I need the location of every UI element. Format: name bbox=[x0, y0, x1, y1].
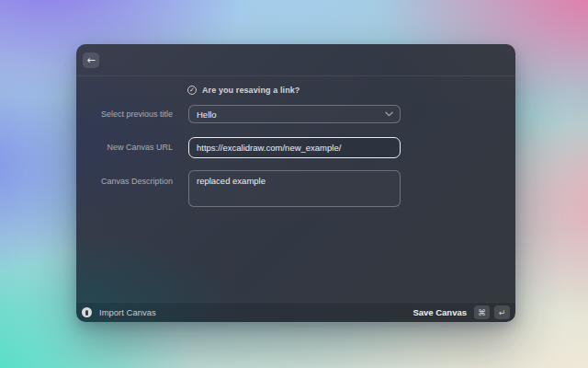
save-canvas-button[interactable]: Save Canvas bbox=[413, 307, 467, 317]
resave-link-checkbox[interactable]: ✓ bbox=[187, 86, 197, 95]
back-button[interactable]: ← bbox=[83, 52, 99, 68]
check-icon: ✓ bbox=[189, 86, 195, 93]
new-canvas-url-input[interactable] bbox=[188, 137, 401, 158]
import-canvas-button[interactable]: Import Canvas bbox=[82, 307, 156, 317]
desktop-background: ← ✓ Are you resaving a link? Select prev… bbox=[0, 0, 588, 368]
save-canvas-dialog: ← ✓ Are you resaving a link? Select prev… bbox=[76, 44, 515, 322]
previous-title-select[interactable]: Hello bbox=[188, 105, 401, 123]
import-canvas-label: Import Canvas bbox=[99, 307, 156, 317]
cmd-key[interactable]: ⌘ bbox=[474, 305, 490, 319]
resave-link-checkbox-row[interactable]: ✓ Are you resaving a link? bbox=[187, 85, 300, 95]
canvas-description-label: Canvas Description bbox=[76, 177, 173, 187]
return-key[interactable]: ↵ bbox=[494, 305, 510, 319]
import-glyph bbox=[85, 310, 88, 316]
canvas-description-textarea[interactable]: replaced example bbox=[188, 170, 401, 207]
chevron-down-icon bbox=[385, 111, 393, 117]
resave-link-label: Are you resaving a link? bbox=[202, 86, 300, 95]
new-canvas-url-label: New Canvas URL bbox=[76, 137, 173, 158]
import-canvas-icon bbox=[82, 307, 92, 317]
arrow-left-icon: ← bbox=[86, 54, 95, 66]
previous-title-value: Hello bbox=[197, 109, 217, 120]
previous-title-label: Select previous title bbox=[76, 105, 173, 123]
save-actions: Save Canvas ⌘ ↵ bbox=[413, 305, 510, 319]
dialog-footer: Import Canvas Save Canvas ⌘ ↵ bbox=[76, 302, 515, 322]
dialog-header: ← bbox=[76, 44, 515, 76]
